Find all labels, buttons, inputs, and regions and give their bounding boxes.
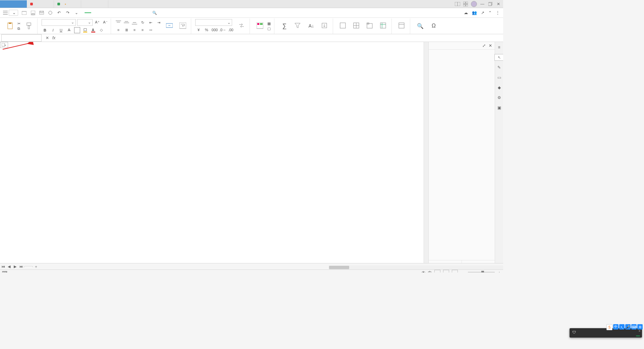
table-tool-button[interactable]: [396, 22, 408, 30]
cloud-status[interactable]: ☁: [464, 10, 468, 15]
orientation-icon[interactable]: ↻: [139, 19, 146, 26]
side-help-icon[interactable]: ▣: [496, 104, 502, 111]
filter-button[interactable]: [292, 22, 304, 30]
sort-button[interactable]: A↓: [305, 23, 317, 29]
thousands-icon[interactable]: 000: [211, 27, 218, 33]
view-normal-icon[interactable]: [434, 270, 440, 272]
cell-style-button[interactable]: ▢: [267, 27, 272, 31]
fill-color-icon[interactable]: [82, 27, 89, 34]
side-setting-icon[interactable]: ⚙: [496, 94, 502, 101]
sheet-tab[interactable]: [24, 266, 33, 267]
merge-center-button[interactable]: [163, 22, 175, 30]
tab-home[interactable]: [0, 0, 27, 8]
open-icon[interactable]: [21, 10, 27, 15]
fx-icon[interactable]: fx: [52, 36, 55, 40]
app-grid-icon[interactable]: [463, 1, 468, 7]
percent-icon[interactable]: %: [203, 27, 210, 33]
type-convert-button[interactable]: [235, 22, 248, 30]
status-mode-icon[interactable]: ⌨: [2, 270, 7, 273]
tab-start[interactable]: [85, 12, 91, 13]
user-avatar-icon[interactable]: [471, 1, 477, 7]
dec-decimal-icon[interactable]: .00: [227, 27, 234, 33]
cancel-formula-icon[interactable]: ✕: [46, 36, 49, 40]
grid[interactable]: [0, 42, 424, 263]
side-collapse-icon[interactable]: ≡: [496, 44, 502, 51]
wrap-button[interactable]: [177, 22, 189, 30]
sheet-prev-icon[interactable]: ◀: [6, 264, 12, 269]
share-button[interactable]: ↗: [481, 10, 484, 15]
fill-button[interactable]: [319, 22, 331, 30]
align-middle-icon[interactable]: [123, 19, 130, 26]
autofill-options-icon[interactable]: [0, 42, 8, 48]
print-icon[interactable]: [39, 10, 44, 15]
zoom-in-icon[interactable]: ＋: [497, 270, 501, 273]
cn-icon[interactable]: 中: [428, 270, 432, 273]
freeze-button[interactable]: [377, 22, 389, 30]
sheet-add-icon[interactable]: ＋: [33, 264, 39, 269]
indent-inc-icon[interactable]: ⇥: [155, 19, 162, 26]
clear-format-icon[interactable]: ◇: [98, 27, 105, 34]
name-box[interactable]: [1, 34, 42, 42]
restore-icon[interactable]: [488, 1, 493, 7]
tab-add-button[interactable]: [81, 0, 108, 8]
sheet-last-icon[interactable]: ⏭: [18, 264, 24, 268]
find-button[interactable]: 🔍: [414, 23, 426, 30]
sheet-first-icon[interactable]: ⏮: [0, 264, 6, 268]
eye-icon[interactable]: 👁: [422, 270, 425, 272]
sheet-next-icon[interactable]: ▶: [12, 264, 18, 269]
sheet-button[interactable]: [364, 22, 376, 30]
font-color-icon[interactable]: A: [90, 27, 97, 34]
ribbon-collapse-icon[interactable]: ⌃: [488, 10, 492, 15]
vertical-scrollbar[interactable]: [424, 42, 428, 263]
table-style-button[interactable]: ▦: [267, 21, 272, 26]
sum-button[interactable]: ∑: [278, 22, 290, 30]
reading-layout-icon[interactable]: [455, 1, 460, 7]
side-select-icon[interactable]: ↖: [494, 54, 503, 61]
tab-workbook[interactable]: •: [54, 0, 81, 8]
rowcol-button[interactable]: [351, 22, 363, 30]
cut-button[interactable]: ✂: [17, 21, 22, 26]
inc-decimal-icon[interactable]: .0→: [219, 27, 226, 33]
copy-button[interactable]: ⧉: [17, 27, 22, 31]
font-name-select[interactable]: ⌄: [42, 19, 76, 26]
side-nav-icon[interactable]: ▭: [496, 74, 502, 81]
view-break-icon[interactable]: [452, 270, 458, 272]
strike-icon[interactable]: A̶: [66, 27, 72, 34]
hide-all-button[interactable]: [462, 260, 495, 263]
close-icon[interactable]: ✕: [496, 1, 501, 7]
zoom-out-icon[interactable]: −: [463, 270, 465, 272]
file-menu[interactable]: ⌄: [9, 10, 18, 16]
show-all-button[interactable]: [429, 260, 462, 263]
horizontal-scrollbar[interactable]: [329, 265, 503, 269]
bold-icon[interactable]: B: [42, 27, 48, 34]
paste-button[interactable]: [4, 22, 16, 30]
align-right-icon[interactable]: ≡: [131, 27, 138, 33]
side-style-icon[interactable]: ✎: [496, 64, 502, 71]
qat-dropdown-icon[interactable]: ⌄: [74, 10, 79, 15]
cond-format-button[interactable]: [254, 22, 266, 30]
redo-icon[interactable]: ↷: [65, 10, 70, 15]
command-search[interactable]: 🔍: [152, 11, 158, 15]
border-icon[interactable]: [74, 27, 80, 34]
increase-font-icon[interactable]: A⁺: [94, 19, 101, 26]
undo-icon[interactable]: ↶: [56, 10, 62, 15]
app-menu-icon[interactable]: [3, 10, 8, 15]
align-top-icon[interactable]: [115, 19, 122, 26]
align-justify-icon[interactable]: ≡: [139, 27, 146, 33]
decrease-font-icon[interactable]: A⁻: [102, 19, 109, 26]
align-bottom-icon[interactable]: [131, 19, 138, 26]
save-icon[interactable]: [30, 10, 36, 15]
cell-button[interactable]: [337, 22, 349, 30]
italic-icon[interactable]: I: [50, 27, 56, 34]
preview-icon[interactable]: [48, 10, 53, 15]
pane-pin-icon[interactable]: ⤢: [482, 43, 486, 48]
align-center-icon[interactable]: ≣: [123, 27, 130, 33]
font-size-select[interactable]: ⌄: [77, 19, 93, 26]
coop-button[interactable]: 👥: [472, 10, 477, 15]
number-format-select[interactable]: ⌄: [195, 19, 232, 26]
pane-close-icon[interactable]: ✕: [489, 43, 492, 48]
more-icon[interactable]: ⋮: [496, 10, 500, 15]
format-painter-button[interactable]: [23, 22, 35, 30]
underline-icon[interactable]: U: [58, 27, 64, 34]
side-clip-icon[interactable]: ◆: [496, 84, 502, 91]
